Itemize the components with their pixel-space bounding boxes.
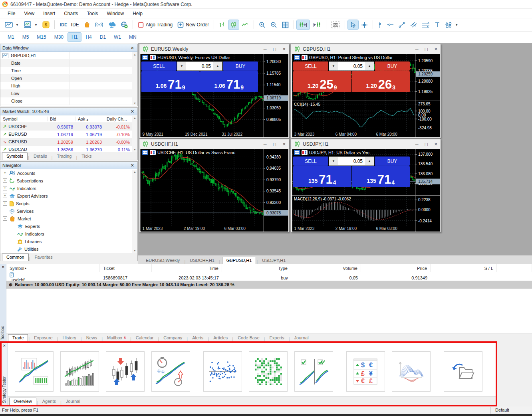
algo-trading-button[interactable]: Algo Trading <box>136 20 175 30</box>
bar-chart-button[interactable] <box>217 20 228 30</box>
volume-stepper[interactable]: ▼0.05▲ <box>329 156 374 166</box>
timeframe-h1[interactable]: H1 <box>68 33 81 42</box>
tester-tab-journal[interactable]: Journal <box>62 398 84 405</box>
new-order-button[interactable]: New Order <box>175 20 211 30</box>
buy-price[interactable]: 1.06719 <box>200 71 258 92</box>
tester-tab-agents[interactable]: Agents <box>38 398 60 405</box>
maximize-icon[interactable]: ◻ <box>273 47 276 52</box>
cursor-button[interactable] <box>348 20 358 30</box>
buy-button[interactable]: BUY <box>375 61 410 71</box>
scroll-up-icon[interactable]: ▲ <box>133 170 136 173</box>
timeframe-m15[interactable]: M15 <box>33 33 50 42</box>
column-header-bid[interactable]: Bid <box>48 117 75 121</box>
close-icon[interactable]: ✕ <box>434 142 438 147</box>
tab-favorites[interactable]: Favorites <box>30 254 56 261</box>
trade-column-price[interactable]: Price <box>361 264 431 272</box>
expand-icon[interactable]: + <box>3 186 7 190</box>
column-header-ask[interactable]: Ask ▲ <box>75 117 104 121</box>
auto-scroll-button[interactable] <box>310 20 323 30</box>
expand-icon[interactable]: ⊕ <box>9 282 12 287</box>
tab-common[interactable]: Common <box>2 254 29 261</box>
timeframe-m1[interactable]: M1 <box>4 33 18 42</box>
toolbox-tab-news[interactable]: News <box>82 335 101 341</box>
expand-icon[interactable]: + <box>3 194 7 198</box>
profile-name[interactable]: Default <box>495 408 509 412</box>
tester-thumbnail-multicurrency-table[interactable]: $€£¥€£ <box>346 351 385 392</box>
zoom-out-button[interactable] <box>268 20 279 30</box>
candle-chart-button[interactable] <box>228 20 239 30</box>
close-icon[interactable]: ✕ <box>282 142 286 147</box>
chart-window-titlebar[interactable]: USDCHF,H1─◻✕ <box>139 139 289 149</box>
scroll-down-icon[interactable]: ▼ <box>133 148 136 151</box>
sell-price[interactable]: 135714 <box>293 166 351 187</box>
timeframe-d1[interactable]: D1 <box>96 33 109 42</box>
chart-body[interactable]: 1.200301.157851.115401.072951.030500.988… <box>140 54 288 137</box>
trendline-tool-button[interactable] <box>397 20 407 30</box>
chart-body[interactable]: 1.205901.203351.200801.198251.20259273.6… <box>292 54 440 137</box>
close-icon[interactable]: ✕ <box>129 163 135 168</box>
close-icon[interactable]: ✕ <box>129 46 135 51</box>
data-window-symbol-row[interactable]: GBPUSD,H1 <box>0 52 137 59</box>
data-window-scrollbar[interactable]: ▲▼ <box>132 52 137 105</box>
navigator-item-indicators[interactable]: Indicators <box>0 230 137 238</box>
maximize-icon[interactable]: ◻ <box>425 142 428 147</box>
close-icon[interactable]: ✕ <box>129 109 135 114</box>
tester-tab-overview[interactable]: Overview <box>9 398 36 405</box>
toolbox-tab-exposure[interactable]: Exposure <box>30 335 56 341</box>
metaeditor-ide-button[interactable]: IDEIDE <box>58 20 81 29</box>
screenshot-button[interactable] <box>329 20 342 30</box>
volume-decrease-icon[interactable]: ▼ <box>329 157 338 165</box>
chart-window-titlebar[interactable]: EURUSD,Weekly─◻✕ <box>139 44 289 54</box>
market-bag-button[interactable] <box>82 20 92 30</box>
tester-thumbnail-forward-testing[interactable] <box>294 351 333 392</box>
market-watch-row-gbpusd[interactable]: ↘GBPUSD1.202591.20263-0.00% <box>0 138 137 146</box>
scroll-up-icon[interactable]: ▲ <box>133 117 136 119</box>
chart-window-titlebar[interactable]: GBPUSD,H1─◻✕ <box>291 44 441 54</box>
toolbox-tab-alerts[interactable]: Alerts <box>188 335 207 341</box>
sell-button[interactable]: SELL <box>293 61 328 71</box>
tab-symbols[interactable]: Symbols <box>2 153 28 160</box>
collapse-icon[interactable]: - <box>3 216 7 221</box>
toolbox-tab-code-base[interactable]: Code Base <box>234 335 263 341</box>
chart-tab-usdjpy,h1[interactable]: USDJPY,H1 <box>258 257 290 264</box>
minimize-icon[interactable]: ─ <box>264 47 267 52</box>
shift-end-button[interactable] <box>297 20 310 30</box>
tile-windows-button[interactable] <box>280 20 291 30</box>
navigator-item-services[interactable]: Services <box>0 207 137 215</box>
scroll-down-icon[interactable]: ▼ <box>133 249 136 252</box>
vline-tool-button[interactable] <box>376 20 384 30</box>
buy-price[interactable]: 135714 <box>352 166 410 187</box>
market-watch-row-usdchf[interactable]: ↗USDCHF0.930780.93078-0.01% <box>0 123 137 131</box>
community-button[interactable] <box>119 20 130 30</box>
sell-price[interactable]: 1.06719 <box>141 71 200 92</box>
sell-button[interactable]: SELL <box>293 156 328 166</box>
tester-thumbnail-optimization-speed[interactable] <box>151 351 190 392</box>
tester-thumbnail-visual-testing[interactable] <box>60 351 99 392</box>
trade-column-type[interactable]: Type <box>222 264 291 272</box>
market-watch-row-eurusd[interactable]: ↗EURUSD1.067191.06719-0.10% <box>0 131 137 138</box>
zoom-in-button[interactable] <box>257 20 268 30</box>
timeframe-w1[interactable]: W1 <box>110 33 125 42</box>
minimize-icon[interactable]: ─ <box>264 142 267 147</box>
navigator-item-expert-advisors[interactable]: +Expert Advisors <box>0 192 137 200</box>
navigator-item-market[interactable]: -Market <box>0 215 137 222</box>
expand-icon[interactable]: + <box>3 171 7 175</box>
scroll-down-icon[interactable]: ▼ <box>133 102 136 105</box>
market-watch-row-usdcad[interactable]: ↗USDCAD1.362661.362700.11% <box>0 146 137 152</box>
close-icon[interactable]: ✕ <box>3 344 6 348</box>
new-chart-button[interactable]: ▼ <box>3 20 21 30</box>
volume-stepper[interactable]: ▼0.05▲ <box>177 61 222 71</box>
toolbox-tab-journal[interactable]: Journal <box>290 335 313 341</box>
menu-window[interactable]: Window <box>103 10 129 18</box>
minimize-icon[interactable]: ─ <box>415 142 419 147</box>
chart-window-gbpusd-h1[interactable]: GBPUSD,H1─◻✕1.205901.203351.200801.19825… <box>291 44 441 138</box>
trade-column-volume[interactable]: Volume <box>291 264 361 272</box>
menu-tools[interactable]: Tools <box>83 10 103 18</box>
navigator-item-scripts[interactable]: +Scripts <box>0 200 137 207</box>
buy-price[interactable]: 1.20263 <box>352 71 410 92</box>
volume-stepper[interactable]: ▼0.05▲ <box>329 61 374 71</box>
timeframe-h4[interactable]: H4 <box>82 33 95 42</box>
timeframe-m5[interactable]: M5 <box>19 33 33 42</box>
minimize-icon[interactable]: ─ <box>415 47 419 52</box>
chevron-down-icon[interactable]: ▼ <box>455 23 458 27</box>
